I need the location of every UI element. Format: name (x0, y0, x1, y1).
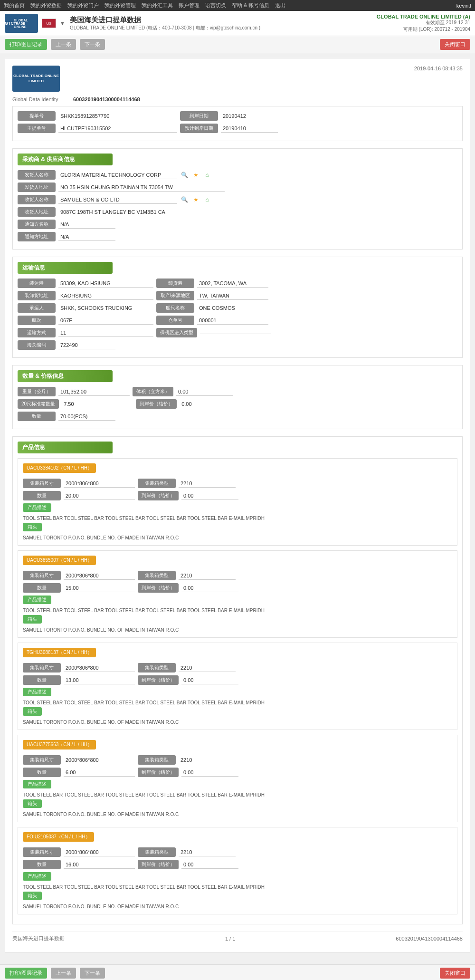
buyer-addr-label: 收货人地址 (18, 207, 56, 217)
document-card: GLOBAL TRADE ONLINE LIMITED 2019-04-16 0… (5, 58, 470, 952)
container-no-badge: UACU3855007（CN / L / HH） (23, 556, 96, 565)
product-size-value: 2000*806*800 (64, 480, 135, 488)
ftz-label: 保税区进入类型 (156, 328, 197, 337)
nav-language[interactable]: 语言切换 (205, 2, 226, 9)
product-type-value: 2210 (179, 664, 236, 672)
product-qty-row: 数量 6.00 到岸价（结价） 0.00 (23, 768, 452, 777)
product-section-header: 产品信息 (18, 442, 113, 453)
qty-section-header: 数量 & 价格信息 (18, 370, 113, 382)
dest-country-label: 取产/来源地区 (156, 291, 194, 300)
home-icon[interactable]: ⌂ (203, 171, 211, 179)
est-arrival-value: 20190410 (221, 125, 278, 133)
product-type-label: 集装箱类型 (138, 755, 176, 765)
marks-text: SAMUEL TORONTO P.O.NO. BUNDLE NO. OF MAD… (23, 904, 452, 909)
seller-addr-row: 发货人地址 NO 35 HSIN CHUNG RD TAINAN TN 7305… (18, 183, 457, 192)
product-desc-button[interactable]: 产品描述 (23, 780, 51, 788)
product-desc-button[interactable]: 产品描述 (23, 596, 51, 604)
nav-logout[interactable]: 退出 (275, 2, 285, 9)
page-header: GTCGLOBAL TRADE ONLINE US ▼ 美国海关进口提单数据 G… (0, 11, 475, 36)
product-desc-button[interactable]: 产品描述 (23, 872, 51, 881)
footer-next-button[interactable]: 下一条 (80, 968, 105, 979)
marks-button[interactable]: 箱头 (23, 799, 42, 808)
qty-label: 数量 (18, 412, 56, 421)
search-icon[interactable]: 🔍 (180, 171, 189, 179)
product-desc-button[interactable]: 产品描述 (23, 503, 51, 512)
quantity-section: 数量 & 价格信息 重量（公斤） 101,352.00 体积（立方米） 0.00… (12, 365, 463, 429)
product-price-label: 到岸价（结价） (138, 675, 179, 685)
marks-text: SAMUEL TORONTO P.O.NO. BUNDLE NO. OF MAD… (23, 627, 452, 633)
product-qty-value: 16.00 (64, 861, 135, 869)
transport-value: 11 (58, 329, 153, 337)
container-row: 20尺标准箱数量 7.50 到岸价（结价） 0.00 (18, 399, 457, 409)
brand-name: GLOBAL TRADE ONLINE LIMITED (A) (377, 14, 470, 19)
marks-button[interactable]: 箱头 (23, 615, 42, 624)
notify-addr-row: 通知方地址 N/A (18, 232, 457, 241)
carrier-row: 承运人 SHKK, SCHOOKS TRUCKING 船只名称 ONE COSM… (18, 303, 457, 313)
volume-value: 0.00 (176, 388, 233, 396)
marks-button[interactable]: 箱头 (23, 892, 42, 900)
nav-management[interactable]: 我的外贸管理 (104, 2, 136, 9)
product-desc-text: TOOL STEEL BAR TOOL STEEL BAR TOOL STEEL… (23, 700, 452, 705)
master-no-label: 主提单号 (18, 124, 56, 133)
product-desc-text: TOOL STEEL BAR TOOL STEEL BAR TOOL STEEL… (23, 608, 452, 613)
marks-button[interactable]: 箱头 (23, 523, 42, 531)
star-icon[interactable]: ★ (191, 171, 200, 179)
nav-help[interactable]: 帮助 & 账号信息 (232, 2, 269, 9)
nav-tools[interactable]: 我的外汇工具 (142, 2, 173, 9)
nav-export-data[interactable]: 我的外贸数据 (30, 2, 62, 9)
product-list: UACU3384102（CN / L / HH） 集装箱尺寸 2000*806*… (18, 458, 457, 914)
footer-data-source: 美国海关进口提单数据 (12, 935, 65, 942)
marks-text: SAMUEL TORONTO P.O.NO. BUNDLE NO. OF MAD… (23, 812, 452, 817)
dest-port-value: 3002, TACOMA, WA (197, 279, 268, 288)
footer-print-button[interactable]: 打印/图层记录 (5, 968, 47, 979)
nav-portal[interactable]: 我的外贸门户 (67, 2, 99, 9)
transport-row: 运输方式 11 保税区进入类型 (18, 328, 457, 337)
product-type-label: 集装箱类型 (138, 847, 176, 857)
ftz-value (200, 332, 271, 334)
product-qty-row: 数量 20.00 到岸价（结价） 0.00 (23, 491, 452, 500)
product-qty-row: 数量 15.00 到岸价（结价） 0.00 (23, 583, 452, 593)
volume-label: 体积（立方米） (133, 387, 173, 396)
product-price-label: 到岸价（结价） (138, 583, 179, 593)
dest-country-value: TW, TAIWAN (197, 292, 268, 300)
main-toolbar: 打印/图层记录 上一条 下一条 关闭窗口 (0, 36, 475, 53)
page-title: 美国海关进口提单数据 (70, 16, 377, 25)
container-no-badge: UACU3384102（CN / L / HH） (23, 463, 96, 473)
logo-area: GTCGLOBAL TRADE ONLINE US ▼ (5, 14, 65, 33)
product-size-value: 2000*806*800 (64, 572, 135, 580)
user-info: kevin.l (456, 3, 471, 9)
print-button[interactable]: 打印/图层记录 (5, 39, 47, 50)
buyer-star-icon[interactable]: ★ (191, 195, 200, 204)
buyer-home-icon[interactable]: ⌂ (203, 195, 211, 204)
footer-prev-button[interactable]: 上一条 (51, 968, 76, 979)
product-desc-button[interactable]: 产品描述 (23, 688, 51, 696)
customs-row: 海关编码 722490 (18, 340, 457, 350)
buyer-addr-value: 9087C 198TH ST LANGLEY BC V1M3B1 CA (58, 208, 225, 216)
product-size-label: 集装箱尺寸 (23, 571, 61, 580)
product-type-label: 集装箱类型 (138, 571, 176, 580)
nav-account[interactable]: 账户管理 (179, 2, 200, 9)
nav-home[interactable]: 我的首页 (4, 2, 25, 9)
product-size-row: 集装箱尺寸 2000*806*800 集装箱类型 2210 (23, 479, 452, 488)
seller-addr-value: NO 35 HSIN CHUNG RD TAINAN TN 73054 TW (58, 183, 225, 192)
transport-label: 运输方式 (18, 328, 56, 337)
product-price-value: 0.00 (181, 584, 238, 592)
product-size-row: 集装箱尺寸 2000*806*800 集装箱类型 2210 (23, 755, 452, 765)
close-button[interactable]: 关闭窗口 (440, 39, 470, 50)
marks-text: SAMUEL TORONTO P.O.NO. BUNDLE NO. OF MAD… (23, 720, 452, 725)
product-section: 产品信息 UACU3384102（CN / L / HH） 集装箱尺寸 2000… (12, 436, 463, 924)
marks-button[interactable]: 箱头 (23, 707, 42, 716)
footer-close-button[interactable]: 关闭窗口 (440, 968, 470, 979)
prev-button[interactable]: 上一条 (51, 39, 76, 50)
buyer-name-label: 收货人名称 (18, 195, 56, 204)
product-price-value: 0.00 (181, 492, 238, 500)
buyer-name-value: SAMUEL SON & CO LTD (58, 196, 177, 204)
next-button[interactable]: 下一条 (80, 39, 105, 50)
available-period: 可用期 (LOR): 200712 - 201904 (377, 26, 470, 33)
product-type-value: 2210 (179, 848, 236, 856)
product-desc-text: TOOL STEEL BAR TOOL STEEL BAR TOOL STEEL… (23, 516, 452, 521)
product-type-value: 2210 (179, 572, 236, 580)
product-price-label: 到岸价（结价） (138, 491, 179, 500)
doc-timestamp: 2019-04-16 08:43:35 (414, 66, 463, 71)
buyer-search-icon[interactable]: 🔍 (180, 195, 189, 204)
